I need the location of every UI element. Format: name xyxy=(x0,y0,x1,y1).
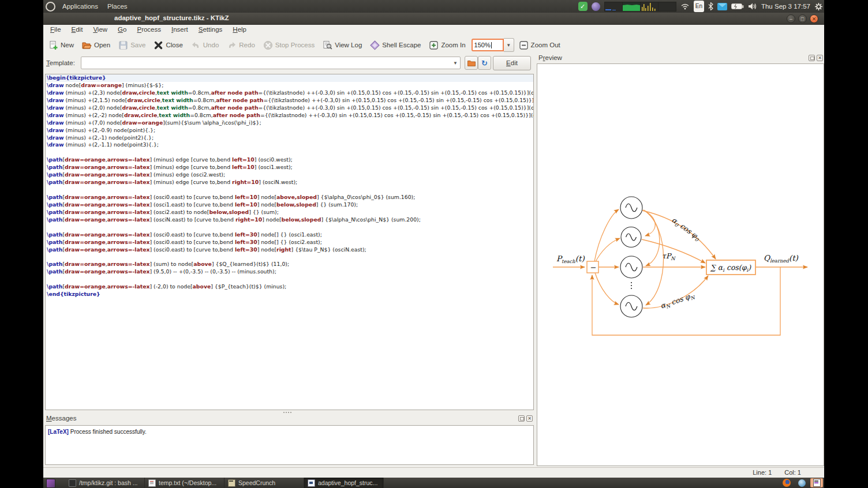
messages-close-icon[interactable]: ✕ xyxy=(526,415,533,422)
app-indicator-icon[interactable] xyxy=(592,2,600,11)
battery-icon[interactable] xyxy=(731,1,744,12)
code-line: \path[draw=orange,arrows=-latex] (osci1.… xyxy=(46,201,533,209)
code-line xyxy=(46,224,533,231)
wifi-icon[interactable] xyxy=(680,1,690,12)
preview-close-icon[interactable]: ✕ xyxy=(817,55,823,61)
oscillator-nodes xyxy=(620,197,642,317)
alpha0-label: α0 cos φ0 xyxy=(669,215,702,243)
menu-go[interactable]: Go xyxy=(113,25,132,36)
ic-terminal xyxy=(69,479,76,487)
code-line: \path[draw=orange,arrows=-latex] (9.5,0)… xyxy=(46,268,533,276)
zoom-level-combo[interactable]: 150% ▼ xyxy=(472,38,514,52)
firefox-launcher[interactable] xyxy=(780,478,793,487)
undo-icon xyxy=(191,40,201,50)
shell-escape-button[interactable]: Shell Escape xyxy=(366,39,424,52)
code-line: \end{tikzpicture} xyxy=(46,291,533,298)
code-line: \draw (minus) +(2,3) node[draw,circle,te… xyxy=(46,89,533,97)
template-refresh-button[interactable]: ↻ xyxy=(478,56,491,70)
save-icon xyxy=(118,40,128,50)
new-button[interactable]: New xyxy=(45,39,77,52)
taskbar-window-button[interactable]: /tmp/ktikz.git : bash ... xyxy=(65,478,145,488)
close-button[interactable]: Close xyxy=(150,39,186,52)
zoom-level-input[interactable]: 150% xyxy=(472,39,504,51)
menu-process[interactable]: Process xyxy=(132,25,166,36)
tikz-preview-diagram: − ∑ αi cos(φi) Pteach(t xyxy=(537,64,824,466)
messages-panel-header: Messages ✕ xyxy=(45,414,534,425)
open-button[interactable]: Open xyxy=(78,39,114,52)
session-gear-icon[interactable] xyxy=(814,1,823,12)
status-bar: Line: 1 Col: 1 xyxy=(43,467,824,478)
bluetooth-icon[interactable] xyxy=(708,1,713,12)
preview-panel: − ∑ αi cos(φi) Pteach(t xyxy=(537,63,824,466)
zoom-in-icon xyxy=(429,40,439,50)
ktikz-launcher-active[interactable] xyxy=(810,478,823,487)
view-log-icon xyxy=(323,40,332,50)
applications-menu[interactable]: Applications xyxy=(58,0,103,13)
menu-bar: FileEditViewGoProcessInsertSettingsHelp xyxy=(45,25,252,36)
messages-title: Messages xyxy=(46,415,76,422)
menu-settings[interactable]: Settings xyxy=(193,25,228,36)
view-log-button[interactable]: View Log xyxy=(319,39,365,52)
menu-view[interactable]: View xyxy=(88,25,113,36)
alphaN-label: αN cos φN xyxy=(659,290,697,311)
minimize-button[interactable]: – xyxy=(787,14,795,23)
stop-process-icon xyxy=(263,40,273,50)
template-dropdown-arrow-icon[interactable]: ▼ xyxy=(453,61,458,66)
redo-icon xyxy=(227,40,237,50)
menu-file[interactable]: File xyxy=(45,25,66,36)
mail-indicator-icon[interactable] xyxy=(717,3,727,10)
code-line: \path[draw=orange,arrows=-latex] (-2,0) … xyxy=(46,283,533,291)
distributor-logo-icon[interactable] xyxy=(46,2,55,12)
code-line: \draw (minus) +(7,0) node[draw=orange](s… xyxy=(46,119,533,127)
keyboard-layout-indicator[interactable]: En xyxy=(694,1,704,12)
clock[interactable]: Thu Sep 3 17:57 xyxy=(761,1,810,12)
vertical-ellipsis xyxy=(631,282,632,289)
browser-launcher[interactable] xyxy=(795,478,808,487)
status-line: Line: 1 xyxy=(753,469,772,476)
new-icon xyxy=(48,40,58,50)
code-line: \draw (minus) +(2,-1) node(point2){.}; xyxy=(46,134,533,142)
taskbar-window-button[interactable]: temp.txt (~/Desktop... xyxy=(145,478,225,488)
editor-messages-splitter[interactable] xyxy=(280,411,295,414)
preview-float-icon[interactable] xyxy=(809,55,815,61)
code-line: \path[draw=orange,arrows=-latex] (osci2.… xyxy=(46,209,533,216)
messages-panel[interactable]: [LaTeX] Process finished successfully. xyxy=(45,425,534,465)
update-ok-indicator-icon[interactable]: ✓ xyxy=(578,2,588,11)
taskbar-window-button[interactable]: SpeedCrunch xyxy=(225,478,304,488)
maximize-button[interactable]: □ xyxy=(798,14,807,23)
code-line: \path[draw=orange,arrows=-latex] (minus)… xyxy=(46,179,533,186)
messages-float-icon[interactable] xyxy=(518,415,525,422)
volume-icon[interactable] xyxy=(748,1,757,12)
zoom-in-button[interactable]: Zoom In xyxy=(425,39,469,52)
template-bar: Template: ▼ ↻ Edit xyxy=(45,56,576,71)
titlebar[interactable]: adaptive_hopf_structure.tikz - KTikZ – □… xyxy=(43,13,824,25)
menu-insert[interactable]: Insert xyxy=(166,25,193,36)
code-line: \path[draw=orange,arrows=-latex] (minus)… xyxy=(46,171,533,179)
menu-help[interactable]: Help xyxy=(227,25,252,36)
code-line: \draw node[draw=orange] (minus){$-$}; xyxy=(46,82,533,89)
code-line: \draw (minus) +(2,-0.9) node(point){.}; xyxy=(46,127,533,134)
template-combobox[interactable]: ▼ xyxy=(81,57,461,69)
code-line: \path[draw=orange,arrows=-latex] (osci0.… xyxy=(46,231,533,239)
code-line: \path[draw=orange,arrows=-latex] (minus)… xyxy=(46,164,533,171)
text-caret xyxy=(491,42,492,48)
save-button: Save xyxy=(115,39,149,52)
workspace-switcher-icon[interactable] xyxy=(46,479,55,488)
system-monitor-applet[interactable] xyxy=(604,1,676,12)
template-open-button[interactable] xyxy=(465,56,478,70)
code-line: \draw (minus) +(2,1.5) node[draw,circle,… xyxy=(46,97,533,104)
zoom-dropdown-arrow-icon[interactable]: ▼ xyxy=(504,38,514,52)
close-button[interactable]: ✕ xyxy=(810,14,818,23)
code-line: \path[draw=orange,arrows=-latex] (osci0.… xyxy=(46,194,533,201)
p-teach-label: Pteach(t) xyxy=(556,254,585,264)
menu-edit[interactable]: Edit xyxy=(66,25,88,36)
taskbar-window-button[interactable]: adaptive_hopf_struc... xyxy=(304,478,384,488)
code-line xyxy=(46,276,533,283)
code-editor[interactable]: \begin{tikzpicture}\draw node[draw=orang… xyxy=(45,74,534,410)
zoom-out-button[interactable]: Zoom Out xyxy=(515,39,564,52)
toolbar: NewOpenSaveCloseUndoRedoStop ProcessView… xyxy=(45,36,822,54)
preview-title: Preview xyxy=(538,54,562,61)
places-menu[interactable]: Places xyxy=(103,0,132,13)
code-line: \path[draw=orange,arrows=-latex] (osci0.… xyxy=(46,246,533,254)
template-edit-button[interactable]: Edit xyxy=(493,56,531,70)
